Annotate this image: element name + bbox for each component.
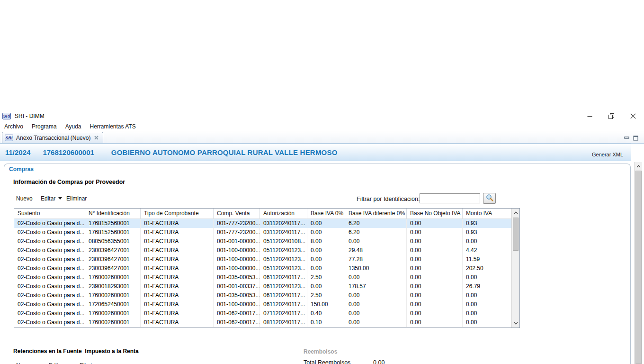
view-scrollbar-thumb[interactable]: [635, 171, 642, 364]
column-header[interactable]: Monto IVA: [463, 209, 511, 218]
restore-button[interactable]: [600, 110, 622, 122]
editar-dropdown-icon[interactable]: [58, 197, 62, 200]
table-cell: 1720652450001: [85, 300, 141, 309]
table-cell: 061120240117...: [260, 291, 307, 300]
menu-bar: ArchivoProgramaAyudaHerramientas ATS: [0, 122, 644, 131]
tab-anexo-transaccional[interactable]: SRi Anexo Transaccional (Nuevo): [2, 132, 103, 143]
table-cell: 0.00: [407, 300, 463, 309]
scroll-down-icon[interactable]: [512, 319, 519, 327]
table-cell: 051120240123...: [260, 264, 307, 273]
table-cell: 0.00: [407, 255, 463, 264]
table-row[interactable]: 02-Costo o Gasto para d...23003964270010…: [14, 246, 519, 255]
scroll-up-icon[interactable]: [512, 209, 519, 217]
view-scroll-up-icon[interactable]: [635, 163, 642, 170]
sri-logo-icon: SRi: [5, 135, 13, 141]
table-row[interactable]: 02-Costo o Gasto para d...08050563550010…: [14, 237, 519, 246]
document-header: 11/2024 1768120600001 GOBIERNO AUTONOMO …: [0, 144, 631, 161]
menu-item-ayuda[interactable]: Ayuda: [61, 123, 86, 130]
menu-item-herramientas-ats[interactable]: Herramientas ATS: [86, 123, 140, 130]
generar-xml-button[interactable]: Generar XML: [592, 152, 623, 157]
compras-section-title: Compras: [9, 166, 34, 173]
table-cell: 0.00: [307, 255, 345, 264]
compras-table-header: SustentoN° IdentificaciónTipo de Comprob…: [14, 209, 519, 219]
eliminar-button[interactable]: Eliminar: [66, 195, 87, 202]
minimize-view-icon[interactable]: [624, 134, 629, 143]
scrollbar-thumb[interactable]: [513, 218, 519, 251]
table-row[interactable]: 02-Costo o Gasto para d...17600026000010…: [14, 318, 519, 327]
table-cell: 051120240123...: [260, 255, 307, 264]
table-cell: 01-FACTURA: [141, 300, 214, 309]
column-header[interactable]: N° Identificación: [85, 209, 141, 218]
table-cell: 0.00: [407, 273, 463, 282]
menu-item-archivo[interactable]: Archivo: [0, 123, 27, 130]
minimize-button[interactable]: [579, 110, 600, 122]
table-row[interactable]: 02-Costo o Gasto para d...23003964270010…: [14, 255, 519, 264]
editar-button[interactable]: Editar: [41, 195, 55, 202]
table-cell: 0.00: [407, 237, 463, 246]
table-row[interactable]: 02-Costo o Gasto para d...23900182930010…: [14, 282, 519, 291]
column-header[interactable]: Autorización: [260, 209, 307, 218]
table-scrollbar[interactable]: [511, 209, 519, 328]
table-cell: 0.00: [345, 273, 407, 282]
table-row[interactable]: 02-Costo o Gasto para d...17600026000010…: [14, 309, 519, 318]
table-cell: 0.00: [463, 300, 511, 309]
table-cell: 001-100-00000...: [214, 300, 260, 309]
column-header[interactable]: Base IVA diferente 0%: [345, 209, 407, 218]
column-header[interactable]: Base IVA 0%: [307, 209, 345, 218]
title-bar[interactable]: SRi SRI - DIMM: [0, 110, 644, 122]
table-cell: 01-FACTURA: [141, 264, 214, 273]
eliminar-button-retenciones[interactable]: Eliminar: [80, 362, 100, 364]
filter-input[interactable]: [420, 193, 480, 203]
tab-label: Anexo Transaccional (Nuevo): [16, 135, 90, 141]
table-cell: 0.00: [463, 291, 511, 300]
table-cell: 051120240123...: [260, 246, 307, 255]
table-cell: 0.93: [463, 219, 511, 228]
nuevo-button-retenciones[interactable]: Nuevo: [16, 362, 33, 364]
column-header[interactable]: Sustento: [14, 209, 85, 218]
table-cell: 001-777-23200...: [214, 228, 260, 237]
table-cell: 0.00: [407, 228, 463, 237]
table-cell: 0.10: [307, 318, 345, 327]
table-row[interactable]: 02-Costo o Gasto para d...17681525600010…: [14, 228, 519, 237]
table-cell: 0.00: [307, 282, 345, 291]
column-header[interactable]: Comp. Venta: [214, 209, 260, 218]
table-cell: 061120240117...: [260, 300, 307, 309]
table-cell: 0.00: [407, 219, 463, 228]
table-cell: 02-Costo o Gasto para d...: [14, 273, 85, 282]
table-row[interactable]: 02-Costo o Gasto para d...17600026000010…: [14, 273, 519, 282]
menu-item-programa[interactable]: Programa: [27, 123, 61, 130]
table-cell: 0.00: [345, 291, 407, 300]
table-cell: 0.00: [345, 309, 407, 318]
column-header[interactable]: Tipo de Comprobante: [141, 209, 214, 218]
table-cell: 0.00: [407, 309, 463, 318]
table-cell: 1760002600001: [85, 273, 141, 282]
table-cell: 77.28: [345, 255, 407, 264]
table-cell: 01-FACTURA: [141, 273, 214, 282]
column-header[interactable]: Base No Objeto IVA: [407, 209, 463, 218]
nuevo-button[interactable]: Nuevo: [16, 195, 33, 202]
table-row[interactable]: 02-Costo o Gasto para d...17600026000010…: [14, 291, 519, 300]
table-cell: 061120240117...: [260, 273, 307, 282]
reembolsos-section-title: Reembolsos: [304, 348, 337, 355]
table-cell: 01-FACTURA: [141, 237, 214, 246]
table-cell: 0.00: [407, 291, 463, 300]
table-row[interactable]: 02-Costo o Gasto para d...17681525600010…: [14, 219, 519, 228]
table-cell: 01-FACTURA: [141, 309, 214, 318]
table-cell: 001-062-00017...: [214, 318, 260, 327]
close-button[interactable]: [622, 110, 644, 122]
compras-section: Compras Información de Compras por Prove…: [4, 164, 631, 364]
table-cell: 0805056355001: [85, 237, 141, 246]
table-row[interactable]: 02-Costo o Gasto para d...23003964270010…: [14, 264, 519, 273]
total-reembolsos-label: Total Reembolsos: [304, 359, 350, 364]
search-button[interactable]: [483, 193, 496, 204]
view-scrollbar[interactable]: [634, 162, 642, 364]
tab-close-icon[interactable]: [93, 135, 99, 141]
editar-button-retenciones[interactable]: Editar: [49, 362, 63, 364]
ruc-label: 1768120600001: [43, 148, 94, 156]
table-cell: 0.00: [463, 273, 511, 282]
table-row[interactable]: 02-Costo o Gasto para d...17206524500010…: [14, 300, 519, 309]
retenciones-toolbar: Nuevo Editar Eliminar: [16, 362, 100, 364]
total-reembolsos-value: 0.00: [373, 359, 385, 364]
maximize-view-icon[interactable]: [633, 134, 638, 143]
table-cell: 2300396427001: [85, 255, 141, 264]
